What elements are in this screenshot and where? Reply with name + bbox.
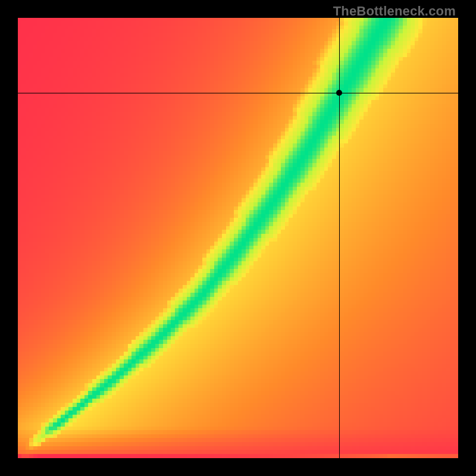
chart-container: TheBottleneck.com xyxy=(0,0,476,476)
bottleneck-heatmap xyxy=(18,18,458,458)
watermark-text: TheBottleneck.com xyxy=(333,4,456,19)
